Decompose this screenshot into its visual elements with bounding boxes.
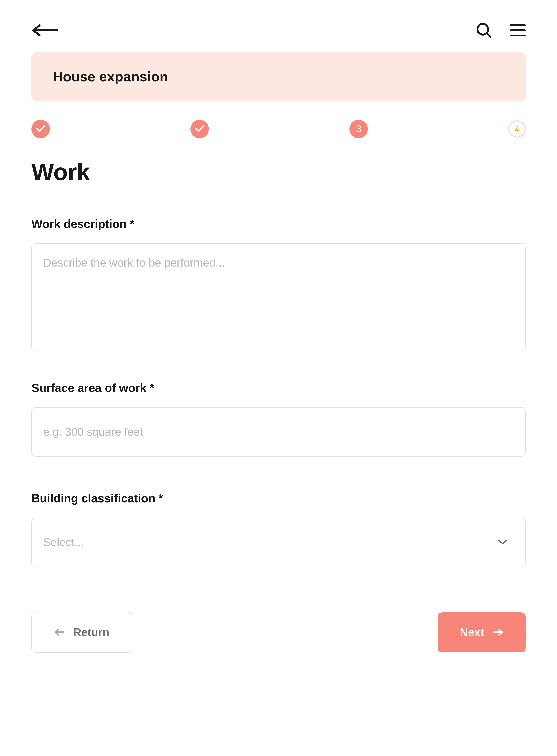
arrow-left-icon: [54, 626, 64, 639]
menu-button[interactable]: [510, 24, 526, 37]
step-number: 4: [515, 124, 520, 134]
step-number: 3: [356, 123, 361, 135]
building-classification-select[interactable]: Select...: [31, 517, 526, 567]
building-classification-label: Building classification *: [31, 492, 526, 505]
return-button-label: Return: [73, 626, 109, 639]
context-banner: House expansion: [31, 52, 526, 101]
arrow-left-icon: [31, 24, 58, 37]
check-icon: [36, 125, 45, 133]
work-description-label: Work description *: [31, 217, 526, 230]
return-button[interactable]: Return: [31, 612, 132, 653]
step-line: [380, 129, 496, 130]
next-button[interactable]: Next: [438, 612, 526, 652]
step-line: [221, 129, 337, 130]
stepper: 3 4: [31, 120, 526, 138]
step-4[interactable]: 4: [508, 120, 526, 138]
select-placeholder: Select...: [43, 536, 84, 549]
step-line: [62, 129, 178, 130]
banner-title: House expansion: [53, 68, 504, 84]
next-button-label: Next: [460, 626, 484, 639]
search-button[interactable]: [476, 23, 492, 38]
back-button[interactable]: [31, 24, 58, 37]
hamburger-icon: [510, 24, 526, 37]
step-1[interactable]: [31, 120, 50, 138]
page-title: Work: [31, 159, 526, 186]
step-3[interactable]: 3: [349, 120, 368, 138]
arrow-right-icon: [493, 626, 503, 639]
work-description-input[interactable]: [31, 243, 526, 351]
surface-area-label: Surface area of work *: [31, 381, 526, 395]
check-icon: [195, 125, 204, 133]
search-icon: [476, 23, 492, 38]
step-2[interactable]: [190, 120, 209, 138]
surface-area-input[interactable]: [31, 407, 526, 457]
